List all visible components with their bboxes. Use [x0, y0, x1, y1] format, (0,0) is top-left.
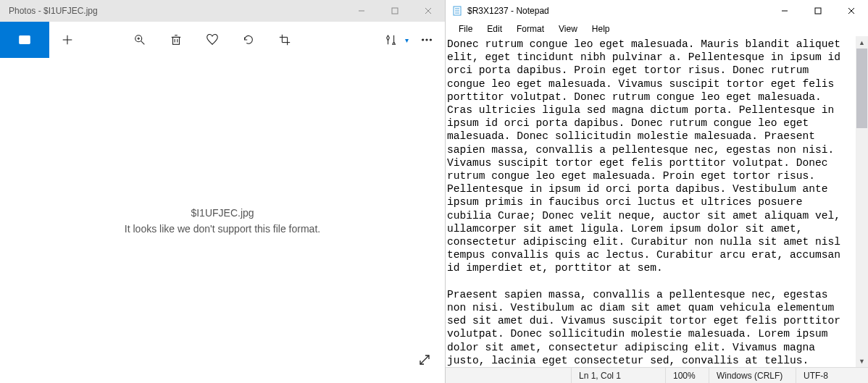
svg-point-23 — [422, 39, 424, 41]
svg-line-9 — [141, 41, 145, 45]
menu-file[interactable]: File — [453, 22, 478, 35]
scroll-track[interactable] — [856, 49, 868, 355]
photos-window: Photos - $I1UFJEC.jpg ▾ — [0, 0, 445, 383]
svg-point-25 — [430, 39, 431, 41]
notepad-statusbar: Ln 1, Col 1 100% Windows (CRLF) UTF-8 — [446, 367, 868, 383]
maximize-button[interactable] — [801, 0, 835, 22]
status-eol: Windows (CRLF) — [709, 368, 796, 383]
menu-help[interactable]: Help — [586, 22, 616, 35]
notepad-text-area[interactable]: Donec rutrum congue leo eget malesuada. … — [446, 36, 856, 367]
favorite-button[interactable] — [194, 22, 230, 58]
notepad-window: $R3X1237 - Notepad File Edit Format View… — [445, 0, 868, 383]
notepad-app-icon — [451, 5, 463, 17]
svg-rect-1 — [392, 8, 398, 14]
svg-point-24 — [426, 39, 427, 41]
svg-rect-32 — [815, 8, 821, 14]
menu-edit[interactable]: Edit — [481, 22, 508, 35]
close-button[interactable] — [412, 0, 445, 22]
maximize-button[interactable] — [378, 0, 412, 22]
photos-titlebar: Photos - $I1UFJEC.jpg — [0, 0, 445, 22]
status-encoding: UTF-8 — [796, 368, 868, 383]
file-name-label: $I1UFJEC.jpg — [191, 207, 254, 219]
close-button[interactable] — [835, 0, 868, 22]
scrollbar-vertical[interactable]: ▲ ▼ — [856, 36, 868, 367]
minimize-button[interactable] — [768, 0, 801, 22]
zoom-button[interactable] — [122, 22, 158, 58]
svg-line-26 — [420, 355, 429, 364]
more-button[interactable] — [409, 22, 445, 58]
status-position: Ln 1, Col 1 — [571, 368, 665, 383]
notepad-body: Donec rutrum congue leo eget malesuada. … — [446, 36, 868, 367]
rotate-button[interactable] — [230, 22, 267, 58]
minimize-button[interactable] — [345, 0, 378, 22]
edit-button[interactable] — [373, 22, 409, 58]
crop-button[interactable] — [267, 22, 303, 58]
status-zoom: 100% — [665, 368, 709, 383]
add-button[interactable] — [49, 22, 85, 58]
unsupported-message: It looks like we don't support this file… — [125, 223, 320, 235]
notepad-titlebar: $R3X1237 - Notepad — [446, 0, 868, 22]
menu-format[interactable]: Format — [511, 22, 550, 35]
resize-icon[interactable] — [419, 354, 430, 369]
photos-window-title: Photos - $I1UFJEC.jpg — [9, 6, 345, 16]
delete-button[interactable] — [158, 22, 194, 58]
notepad-menubar: File Edit Format View Help — [446, 22, 868, 36]
scroll-up-icon[interactable]: ▲ — [856, 36, 868, 49]
notepad-window-title: $R3X1237 - Notepad — [467, 6, 768, 16]
scroll-down-icon[interactable]: ▼ — [856, 355, 868, 367]
menu-view[interactable]: View — [553, 22, 583, 35]
photos-toolbar: ▾ — [0, 22, 445, 58]
status-spacer — [446, 368, 571, 383]
scroll-thumb[interactable] — [856, 49, 867, 128]
svg-rect-12 — [173, 37, 180, 44]
photos-content: $I1UFJEC.jpg It looks like we don't supp… — [0, 58, 445, 383]
collection-tab[interactable] — [0, 22, 49, 58]
